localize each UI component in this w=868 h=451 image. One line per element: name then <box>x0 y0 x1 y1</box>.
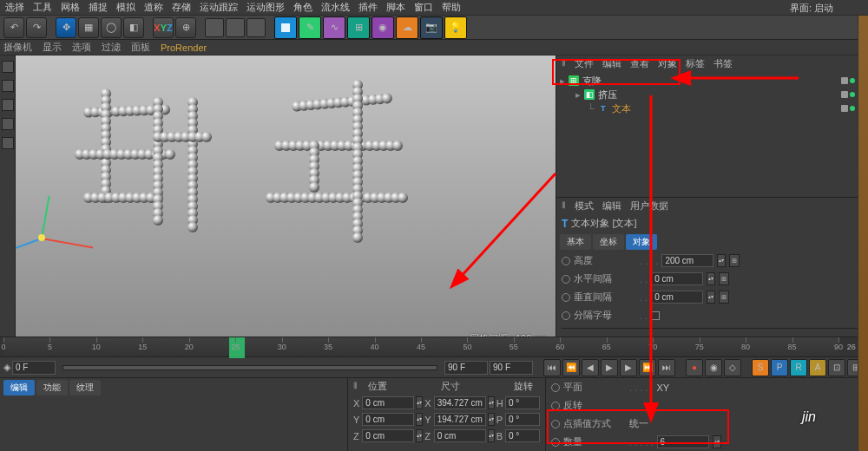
spinner[interactable]: ▴▾ <box>713 435 721 448</box>
height-input[interactable] <box>661 254 713 267</box>
play-button[interactable]: ▶ <box>601 359 618 376</box>
pos-input[interactable] <box>362 413 414 426</box>
obj-menu-item[interactable]: 编辑 <box>602 57 621 70</box>
radio-icon[interactable] <box>562 275 570 284</box>
tab-function[interactable]: 功能 <box>36 380 68 395</box>
primitive-spline-button[interactable]: ∿ <box>323 16 345 39</box>
edge-mode-button[interactable] <box>2 118 14 130</box>
key-pla-button[interactable]: ⊡ <box>828 359 845 376</box>
model-mode-button[interactable] <box>2 61 14 73</box>
spinner[interactable]: ▴▾ <box>416 396 423 409</box>
attr-menu-item[interactable]: 编辑 <box>602 199 621 212</box>
generator-button[interactable]: ⊞ <box>347 16 370 39</box>
sepchar-checkbox[interactable] <box>651 311 660 320</box>
object-tree[interactable]: ▸ ⊞ 克隆 ✓ ▸ ◧ 挤压 ✓ └ T 文本 ✓ <box>556 72 868 197</box>
menu-item[interactable]: 运动跟踪 <box>200 1 238 14</box>
camera-button[interactable]: 📷 <box>420 16 443 39</box>
obj-menu-item[interactable]: 文件 <box>575 57 594 70</box>
redo-button[interactable]: ↷ <box>26 17 47 38</box>
axis-lock[interactable]: XYZ <box>153 17 174 38</box>
spinner[interactable]: ▴▾ <box>488 396 495 409</box>
viewport-menu-item[interactable]: 显示 <box>43 41 62 54</box>
unit-btn[interactable]: ⊞ <box>719 291 729 304</box>
object-mode-button[interactable] <box>2 80 14 92</box>
undo-button[interactable]: ↶ <box>3 17 24 38</box>
spinner[interactable]: ▴▾ <box>707 291 715 304</box>
radio-icon[interactable] <box>562 293 570 302</box>
prev-key-button[interactable]: ⏪ <box>562 359 580 376</box>
viewport-menu-item[interactable]: 面板 <box>131 41 150 54</box>
menu-item[interactable]: 道称 <box>144 1 163 14</box>
count-input[interactable] <box>657 435 709 448</box>
viewport-menu-item[interactable]: 过滤 <box>102 41 121 54</box>
record-button[interactable]: ● <box>686 359 703 376</box>
render-view-button[interactable] <box>205 18 224 37</box>
rot-input[interactable] <box>505 413 540 426</box>
primitive-cube-button[interactable] <box>274 16 297 39</box>
size-input[interactable] <box>434 396 486 409</box>
primitive-pen-button[interactable]: ✎ <box>299 16 321 39</box>
menu-item[interactable]: 角色 <box>293 1 312 14</box>
menu-item[interactable]: 插件 <box>358 1 378 14</box>
radio-icon[interactable] <box>562 257 570 265</box>
viewport[interactable]: 网格间距 : 100 cm <box>16 56 556 350</box>
render-settings-button[interactable] <box>247 18 266 37</box>
goto-start-button[interactable]: ⏮ <box>543 359 561 376</box>
menu-item[interactable]: 工具 <box>33 1 52 14</box>
tab-object[interactable]: 对象 <box>626 234 657 250</box>
tree-item-text[interactable]: └ T 文本 ✓ <box>560 101 865 115</box>
select-tool[interactable]: ✥ <box>56 17 76 38</box>
goto-end-button[interactable]: ⏭ <box>658 359 675 376</box>
menu-item[interactable]: 选择 <box>5 1 24 14</box>
unit-btn[interactable]: ⊞ <box>719 272 729 285</box>
menu-item[interactable]: 模拟 <box>116 1 135 14</box>
obj-menu-item[interactable]: 书签 <box>713 57 733 70</box>
tab-texture[interactable]: 纹理 <box>69 380 101 395</box>
menu-item[interactable]: 流水线 <box>321 1 350 14</box>
spinner[interactable]: ▴▾ <box>488 429 495 442</box>
obj-menu-item[interactable]: 对象 <box>658 57 677 70</box>
poly-mode-button[interactable] <box>2 137 14 149</box>
rot-input[interactable] <box>505 396 540 409</box>
size-input[interactable] <box>434 413 486 426</box>
viewport-menu-item[interactable]: 选项 <box>72 41 91 54</box>
viewport-menu-item[interactable]: 摄像机 <box>3 41 32 54</box>
plane-value[interactable]: XY <box>657 382 670 393</box>
menu-item[interactable]: 运动图形 <box>247 1 285 14</box>
pos-input[interactable] <box>362 396 414 409</box>
next-frame-button[interactable]: ▶ <box>620 359 637 376</box>
attr-menu-item[interactable]: 用户数据 <box>630 199 668 212</box>
menu-item[interactable]: 窗口 <box>414 1 433 14</box>
deformer-button[interactable]: ◉ <box>372 16 394 39</box>
current-frame-input[interactable] <box>12 361 56 375</box>
tree-item-extrude[interactable]: ▸ ◧ 挤压 ✓ <box>560 88 865 101</box>
menu-item[interactable]: 捕捉 <box>89 1 108 14</box>
rotate-tool[interactable]: ◯ <box>101 17 122 38</box>
autokey-button[interactable]: ◉ <box>705 359 722 376</box>
point-mode-button[interactable] <box>2 99 14 111</box>
render-picture-button[interactable] <box>226 18 245 37</box>
pos-input[interactable] <box>362 429 414 442</box>
timeline[interactable]: 051015202530354045505560657075808590 26 … <box>0 337 868 357</box>
spinner[interactable]: ▴▾ <box>707 272 715 285</box>
end-frame-input2[interactable] <box>490 361 533 375</box>
spinner[interactable]: ▴▾ <box>717 254 726 267</box>
radio-icon[interactable] <box>551 383 560 392</box>
key-pos-button[interactable]: S <box>752 359 769 376</box>
tab-basic[interactable]: 基本 <box>560 234 591 250</box>
spinner[interactable]: ▴▾ <box>416 429 423 442</box>
scale-tool[interactable]: ◧ <box>123 17 144 38</box>
tab-coord[interactable]: 坐标 <box>593 234 624 250</box>
radio-icon[interactable] <box>562 311 570 320</box>
interp-value[interactable]: 统一 <box>629 417 648 430</box>
tree-item-cloner[interactable]: ▸ ⊞ 克隆 ✓ <box>560 74 865 88</box>
radio-icon[interactable] <box>551 420 560 428</box>
vspace-input[interactable] <box>651 291 703 304</box>
rot-input[interactable] <box>505 429 540 442</box>
spinner[interactable]: ▴▾ <box>416 413 423 426</box>
key-marker-icon[interactable]: ◈ <box>3 362 10 373</box>
menu-item[interactable]: 帮助 <box>442 1 461 14</box>
unit-btn[interactable]: ⊞ <box>729 254 740 267</box>
key-rot-button[interactable]: R <box>790 359 807 376</box>
key-scale-button[interactable]: P <box>771 359 788 376</box>
